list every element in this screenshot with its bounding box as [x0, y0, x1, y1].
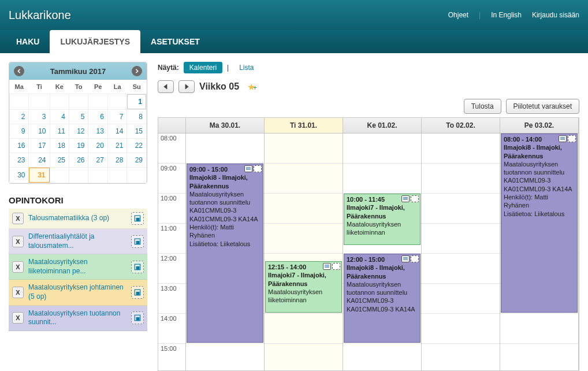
calendar-day[interactable]: 7 — [108, 110, 126, 124]
svg-rect-9 — [136, 317, 140, 321]
day-column — [422, 133, 500, 370]
calendar-day[interactable]: 10 — [29, 124, 49, 138]
calendar-event[interactable]: 10:00 - 11:45Ilmajoki7 - Ilmajoki, Päära… — [344, 194, 420, 245]
basket-item-label[interactable]: Maatalousyrityksen johtaminen (5 op) — [28, 283, 126, 301]
calendar-day[interactable]: 16 — [10, 139, 28, 153]
calendar-dow: Su — [127, 80, 147, 94]
calendar-day[interactable]: 4 — [50, 110, 69, 124]
calendar-day[interactable]: 21 — [108, 139, 126, 153]
details-icon[interactable] — [244, 165, 252, 172]
calendar-day[interactable]: 28 — [108, 153, 126, 167]
calendar-day[interactable]: 14 — [108, 124, 126, 138]
calendar-day[interactable]: 13 — [88, 124, 107, 138]
week-next-button[interactable] — [178, 80, 195, 93]
calendar-day[interactable]: 15 — [127, 124, 146, 138]
calendar-dow: To — [69, 80, 88, 94]
calendar-day[interactable]: 17 — [29, 139, 49, 153]
calendar-day[interactable]: 11 — [50, 124, 69, 138]
calendar-dow: Pe — [88, 80, 107, 94]
hidden-reservations-button[interactable]: Piilotetut varaukset — [506, 99, 579, 114]
calendar-next-button[interactable] — [132, 66, 142, 76]
basket-item: XTalousmatematiikka (3 op) — [9, 209, 147, 229]
language-link[interactable]: In English — [491, 11, 522, 19]
hide-icon[interactable] — [568, 135, 576, 142]
calendar-day[interactable]: 3 — [29, 110, 49, 124]
print-button[interactable]: Tulosta — [464, 99, 501, 114]
expand-icon[interactable] — [131, 235, 144, 248]
calendar-day[interactable]: 26 — [69, 153, 88, 167]
remove-button[interactable]: X — [12, 213, 24, 224]
nav-tab-lukujarjestys[interactable]: LUKUJÄRJESTYS — [50, 30, 140, 53]
remove-button[interactable]: X — [12, 236, 24, 247]
separator: | — [479, 11, 481, 19]
expand-icon[interactable] — [131, 286, 144, 299]
remove-button[interactable]: X — [12, 261, 24, 273]
details-icon[interactable] — [401, 255, 410, 262]
calendar-prev-button[interactable] — [14, 66, 24, 76]
hide-icon[interactable] — [411, 255, 419, 262]
week-prev-button[interactable] — [158, 80, 174, 93]
hide-icon[interactable] — [411, 195, 419, 202]
calendar-day[interactable]: 18 — [50, 139, 69, 153]
view-label: Näytä: — [158, 64, 179, 72]
star-icon[interactable]: ★+ — [247, 81, 257, 92]
svg-rect-5 — [136, 266, 140, 270]
calendar-event[interactable]: 08:00 - 14:00Ilmajoki8 - Ilmajoki, Päära… — [501, 133, 578, 313]
view-calendar-button[interactable]: Kalenteri — [184, 62, 222, 73]
hide-icon[interactable] — [254, 165, 262, 172]
details-icon[interactable] — [559, 135, 567, 142]
calendar-day[interactable]: 12 — [69, 124, 88, 138]
remove-button[interactable]: X — [12, 287, 24, 298]
help-link[interactable]: Ohjeet — [448, 11, 468, 19]
calendar-day[interactable]: 20 — [88, 139, 107, 153]
event-text: Maatalousyrityksen liiketoiminnan — [268, 288, 339, 305]
remove-button[interactable]: X — [12, 312, 24, 324]
calendar-event[interactable]: 12:15 - 14:00Ilmajoki7 - Ilmajoki, Päära… — [265, 261, 342, 313]
day-column: 12:15 - 14:00Ilmajoki7 - Ilmajoki, Päära… — [265, 133, 343, 370]
event-location: Ilmajoki8 - Ilmajoki, Päärakennus — [347, 264, 418, 280]
calendar-day[interactable]: 30 — [10, 168, 28, 182]
calendar-day[interactable]: 22 — [127, 139, 146, 153]
calendar-day[interactable]: 1 — [127, 94, 146, 109]
login-link[interactable]: Kirjaudu sisään — [532, 11, 579, 19]
svg-rect-1 — [136, 218, 140, 221]
event-text: Maatalousyrityksen liiketoiminnan — [347, 220, 418, 237]
expand-icon[interactable] — [131, 311, 144, 324]
details-icon[interactable] — [323, 263, 331, 270]
calendar-event[interactable]: 09:00 - 15:00Ilmajoki8 - Ilmajoki, Päära… — [187, 164, 263, 343]
calendar-day[interactable]: 8 — [127, 110, 146, 124]
svg-rect-7 — [136, 292, 140, 295]
nav-tab-haku[interactable]: HAKU — [6, 30, 50, 53]
calendar-day[interactable]: 2 — [10, 110, 28, 124]
calendar-day[interactable]: 9 — [10, 124, 28, 138]
calendar-day[interactable]: 25 — [50, 153, 69, 167]
calendar-day[interactable]: 27 — [88, 153, 107, 167]
event-location: Ilmajoki8 - Ilmajoki, Päärakennus — [504, 143, 575, 160]
calendar-day[interactable]: 5 — [69, 110, 88, 124]
expand-icon[interactable] — [131, 261, 144, 273]
event-text: Henkilö(t): Matti Ryhänen — [504, 193, 575, 210]
time-slot: 14:00 — [158, 314, 185, 344]
view-list-button[interactable]: Lista — [233, 62, 259, 73]
calendar-day[interactable]: 23 — [10, 153, 28, 167]
calendar-day[interactable]: 31 — [29, 168, 49, 183]
time-slot: 12:00 — [158, 254, 185, 284]
calendar-day[interactable]: 24 — [29, 153, 49, 167]
basket-item-label[interactable]: Talousmatematiikka (3 op) — [28, 214, 126, 223]
basket-item-label[interactable]: Maatalousyrityksen tuotannon suunnit... — [28, 309, 126, 327]
calendar-event[interactable]: 12:00 - 15:00Ilmajoki8 - Ilmajoki, Päära… — [344, 254, 420, 343]
calendar-header: Tammikuu 2017 — [9, 62, 147, 80]
calendar-day[interactable]: 29 — [127, 153, 146, 167]
basket-title: OPINTOKORI — [9, 195, 147, 205]
hide-icon[interactable] — [332, 263, 340, 270]
time-gutter: 08:0009:0010:0011:0012:0013:0014:0015:00 — [158, 133, 186, 370]
details-icon[interactable] — [401, 195, 410, 202]
calendar-day[interactable]: 19 — [69, 139, 88, 153]
event-text: KA01CMML09-3 KA14A — [504, 185, 575, 193]
basket-item-label[interactable]: Maatalousyrityksen liiketoiminnan pe... — [28, 258, 126, 276]
expand-icon[interactable] — [131, 212, 144, 225]
basket-item-label[interactable]: Differentiaaliyhtälöt ja talousmatem... — [28, 232, 126, 250]
nav-tab-asetukset[interactable]: ASETUKSET — [140, 30, 210, 53]
event-text: Maatalousyrityksen tuotannon suunnittelu… — [189, 190, 260, 215]
calendar-day[interactable]: 6 — [88, 110, 107, 124]
